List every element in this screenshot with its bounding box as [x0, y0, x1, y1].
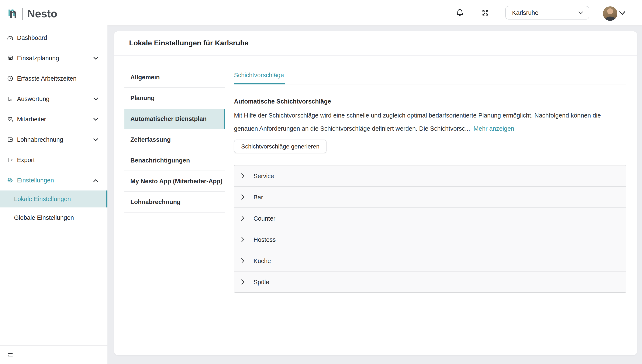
gauge-icon: [7, 34, 14, 41]
collapse-sidebar-icon[interactable]: [7, 352, 14, 358]
settings-content: Schichtvorschläge Automatische Schichtvo…: [234, 67, 626, 293]
settings-nav-planung[interactable]: Planung: [124, 88, 225, 108]
sidebar-subitem-label: Lokale Einstellungen: [14, 196, 71, 202]
accordion-row-kueche[interactable]: Küche: [234, 250, 626, 271]
sidebar-item-label: Export: [17, 156, 35, 163]
tabs-row: Schichtvorschläge: [234, 67, 626, 84]
chevron-right-icon: [241, 216, 245, 221]
sidebar-item-dashboard[interactable]: Dashboard: [0, 28, 107, 48]
chevron-down-icon[interactable]: [619, 11, 625, 15]
description-text: Mit Hilfe der Schichtvorschläge wird ein…: [234, 112, 601, 132]
sidebar-subitem-globale-einstellungen[interactable]: Globale Einstellungen: [0, 208, 107, 228]
sidebar-footer: [0, 345, 107, 364]
sidebar-item-lohnabrechnung[interactable]: Lohnabrechnung: [0, 130, 107, 150]
accordion-row-label: Service: [253, 172, 274, 179]
chevron-down-icon: [93, 97, 98, 100]
export-icon: [7, 156, 14, 163]
sidebar-item-label: Auswertung: [17, 96, 50, 102]
fullscreen-expand-icon[interactable]: [481, 8, 490, 18]
logo-separator: [23, 8, 23, 20]
app-root: n n Nesto DashboardEinsatzplanungErfasst…: [0, 0, 642, 364]
sidebar-item-label: Mitarbeiter: [17, 116, 46, 122]
shift-groups-accordion: ServiceBarCounterHostessKücheSpüle: [234, 165, 626, 293]
nesto-logo-mark-icon: n n: [9, 6, 20, 21]
topbar: Karlsruhe: [107, 0, 642, 26]
settings-nav-allgemein[interactable]: Allgemein: [124, 67, 225, 88]
chevron-right-icon: [241, 194, 245, 200]
accordion-row-counter[interactable]: Counter: [234, 208, 626, 229]
accordion-row-label: Hostess: [253, 236, 276, 243]
logo-wordmark: Nesto: [27, 7, 57, 20]
settings-nav-lohnabrechnung[interactable]: Lohnabrechnung: [124, 192, 225, 212]
clock-icon: [7, 75, 14, 82]
planning-grid-icon: [7, 55, 14, 62]
accordion-row-bar[interactable]: Bar: [234, 186, 626, 208]
accordion-row-hostess[interactable]: Hostess: [234, 229, 626, 250]
section-heading: Automatische Schichtvorschläge: [234, 97, 626, 106]
settings-nav-my-nesto-app-mitarbeiter-app[interactable]: My Nesto App (Mitarbeiter-App): [124, 171, 225, 192]
page-title: Lokale Einstellungen für Karlsruhe: [129, 39, 249, 48]
sidebar-subitem-lokale-einstellungen[interactable]: Lokale Einstellungen: [0, 190, 107, 208]
people-icon: [7, 116, 14, 122]
accordion-row-label: Küche: [253, 257, 271, 264]
settings-nav-benachrichtigungen[interactable]: Benachrichtigungen: [124, 150, 225, 171]
bell-icon[interactable]: [455, 8, 465, 18]
main-card: Lokale Einstellungen für Karlsruhe Allge…: [114, 32, 637, 355]
accordion-row-label: Spüle: [253, 278, 269, 285]
chevron-down-icon: [93, 57, 98, 60]
sidebar-subitem-label: Globale Einstellungen: [14, 214, 74, 221]
avatar[interactable]: [603, 6, 617, 21]
location-select-value: Karlsruhe: [512, 9, 538, 16]
chevron-down-icon: [93, 138, 98, 141]
chevron-down-icon: [93, 118, 98, 121]
more-link[interactable]: Mehr anzeigen: [473, 125, 514, 132]
chevron-right-icon: [241, 237, 245, 242]
chevron-right-icon: [241, 173, 245, 178]
generate-shift-suggestions-button[interactable]: Schichtvorschläge generieren: [234, 140, 327, 153]
card-header: Lokale Einstellungen für Karlsruhe: [114, 32, 637, 56]
settings-nav-zeiterfassung[interactable]: Zeiterfassung: [124, 130, 225, 150]
chevron-right-icon: [241, 279, 245, 285]
sidebar-item-label: Einsatzplanung: [17, 55, 59, 62]
wallet-icon: [7, 136, 14, 143]
sidebar-item-einstellungen[interactable]: Einstellungen: [0, 170, 107, 190]
sidebar-item-label: Einstellungen: [17, 177, 54, 184]
sidebar-item-erfasste-arbeitszeiten[interactable]: Erfasste Arbeitszeiten: [0, 68, 107, 89]
settings-nav: AllgemeinPlanungAutomatischer Dienstplan…: [124, 67, 225, 293]
sidebar-item-label: Dashboard: [17, 34, 47, 41]
accordion-row-spuele[interactable]: Spüle: [234, 271, 626, 292]
sidebar: n n Nesto DashboardEinsatzplanungErfasst…: [0, 0, 107, 364]
bar-chart-icon: [7, 96, 14, 102]
logo-mark: n: [9, 6, 17, 21]
accordion-row-label: Bar: [253, 194, 263, 200]
sidebar-nav: DashboardEinsatzplanungErfasste Arbeitsz…: [0, 28, 107, 228]
card-body: AllgemeinPlanungAutomatischer Dienstplan…: [114, 56, 637, 293]
tab-schichtvorschlaege[interactable]: Schichtvorschläge: [234, 67, 285, 84]
sidebar-item-label: Lohnabrechnung: [17, 136, 63, 143]
sidebar-item-einsatzplanung[interactable]: Einsatzplanung: [0, 48, 107, 68]
chevron-right-icon: [241, 258, 245, 264]
chevron-down-icon: [578, 11, 583, 14]
app-logo: n n Nesto: [0, 0, 107, 27]
accordion-row-label: Counter: [253, 215, 275, 222]
location-select[interactable]: Karlsruhe: [505, 6, 589, 20]
section-description: Mit Hilfe der Schichtvorschläge wird ein…: [234, 109, 614, 135]
accordion-row-service[interactable]: Service: [234, 166, 626, 186]
chevron-up-icon: [93, 179, 98, 182]
sidebar-item-mitarbeiter[interactable]: Mitarbeiter: [0, 109, 107, 130]
settings-nav-automatischer-dienstplan[interactable]: Automatischer Dienstplan: [124, 108, 225, 130]
sidebar-item-auswertung[interactable]: Auswertung: [0, 89, 107, 109]
gear-icon: [7, 177, 14, 184]
sidebar-item-export[interactable]: Export: [0, 150, 107, 170]
sidebar-item-label: Erfasste Arbeitszeiten: [17, 75, 77, 82]
